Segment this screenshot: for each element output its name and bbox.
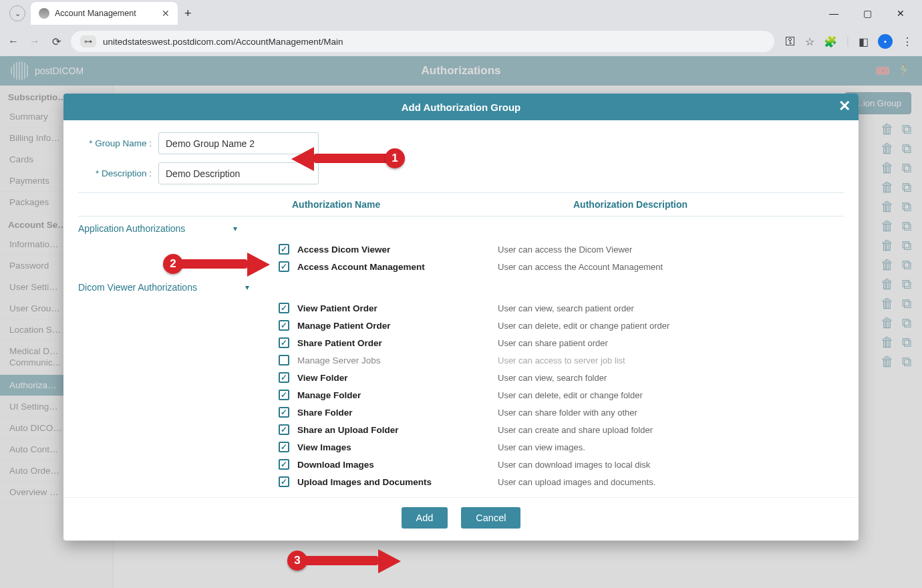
- authorization-row: Share an Upload FolderUser can create an…: [78, 421, 844, 438]
- url-text: unitedstateswest.postdicom.com/AccountMa…: [103, 37, 343, 47]
- authorization-row: Share Patient OrderUser can share patien…: [78, 334, 844, 351]
- auth-checkbox[interactable]: [279, 244, 289, 255]
- authorization-row: Share FolderUser can share folder with a…: [78, 404, 844, 421]
- authorization-row: Download ImagesUser can download images …: [78, 456, 844, 473]
- description-input[interactable]: [158, 162, 319, 184]
- extensions-icon[interactable]: 🧩: [824, 35, 837, 48]
- auth-checkbox[interactable]: [279, 442, 289, 452]
- window-close-button[interactable]: ✕: [891, 8, 910, 19]
- nav-back-button[interactable]: ←: [7, 35, 20, 47]
- auth-name: View Folder: [297, 373, 498, 383]
- auth-name: Manage Patient Order: [297, 321, 498, 331]
- tab-title: Account Management: [55, 9, 156, 18]
- url-bar[interactable]: ⊶ unitedstateswest.postdicom.com/Account…: [71, 31, 774, 52]
- auth-group-header[interactable]: Dicom Viewer Authorizations▾: [78, 275, 844, 299]
- auth-checkbox[interactable]: [279, 459, 289, 470]
- authorization-row: View Patient OrderUser can view, search …: [78, 299, 844, 317]
- cancel-button[interactable]: Cancel: [461, 507, 520, 529]
- authorization-row: Manage Server JobsUser can access to ser…: [78, 351, 844, 369]
- browser-titlebar: ⌄ Account Management ✕ + — ▢ ✕: [0, 0, 922, 27]
- chrome-menu-icon[interactable]: ⋮: [902, 35, 913, 48]
- site-info-icon[interactable]: ⊶: [80, 35, 96, 47]
- auth-desc: User can upload images and documents.: [498, 477, 844, 487]
- auth-name: Manage Folder: [297, 390, 498, 400]
- authorization-row: View FolderUser can view, search folder: [78, 369, 844, 386]
- auth-name: Share an Upload Folder: [297, 425, 498, 435]
- add-button[interactable]: Add: [402, 507, 448, 529]
- tab-search-button[interactable]: ⌄: [9, 5, 25, 21]
- auth-desc: User can view, search patient order: [498, 303, 844, 313]
- window-minimize-button[interactable]: —: [824, 8, 843, 19]
- authorization-row: Access Dicom ViewerUser can access the D…: [78, 241, 844, 258]
- auth-checkbox[interactable]: [279, 476, 289, 487]
- authorization-list[interactable]: Application Authorizations▾Access Dicom …: [78, 216, 844, 490]
- authorization-row: View ImagesUser can view images.: [78, 438, 844, 456]
- browser-toolbar: ← → ⟳ ⊶ unitedstateswest.postdicom.com/A…: [0, 27, 922, 56]
- auth-checkbox[interactable]: [279, 372, 289, 383]
- nav-reload-button[interactable]: ⟳: [49, 35, 63, 48]
- bookmark-star-icon[interactable]: ☆: [805, 35, 814, 48]
- browser-tab[interactable]: Account Management ✕: [31, 2, 178, 25]
- sidepanel-icon[interactable]: ◧: [859, 35, 869, 48]
- group-name-input[interactable]: [158, 132, 319, 154]
- profile-avatar[interactable]: •: [878, 34, 893, 49]
- group-name-label: * Group Name :: [78, 138, 152, 148]
- auth-checkbox[interactable]: [279, 303, 289, 313]
- chevron-down-icon: ▾: [245, 283, 249, 292]
- auth-desc: User can access the Dicom Viewer: [498, 245, 844, 255]
- auth-name: View Patient Order: [297, 303, 498, 313]
- auth-desc: User can share folder with any other: [498, 408, 844, 418]
- auth-name: Manage Server Jobs: [297, 355, 498, 365]
- auth-desc: User can delete, edit or change patient …: [498, 321, 844, 331]
- new-tab-button[interactable]: +: [184, 7, 192, 21]
- auth-desc: User can create and share upload folder: [498, 425, 844, 435]
- auth-desc: User can download images to local disk: [498, 460, 844, 470]
- auth-checkbox[interactable]: [279, 337, 289, 348]
- auth-checkbox[interactable]: [279, 261, 289, 272]
- authorization-row: Manage FolderUser can delete, edit or ch…: [78, 386, 844, 404]
- authorization-row: Manage Patient OrderUser can delete, edi…: [78, 317, 844, 334]
- auth-checkbox[interactable]: [279, 355, 289, 365]
- auth-checkbox[interactable]: [279, 320, 289, 331]
- auth-name: Share Folder: [297, 408, 498, 418]
- auth-desc: User can share patient order: [498, 338, 844, 348]
- modal-overlay: Add Authorization Group ✕ * Group Name :…: [0, 56, 922, 588]
- column-auth-name: Authorization Name: [279, 199, 563, 210]
- window-maximize-button[interactable]: ▢: [858, 8, 877, 19]
- auth-checkbox[interactable]: [279, 407, 289, 418]
- authorization-row: Access Account ManagementUser can access…: [78, 258, 844, 275]
- auth-desc: User can access to server job list: [498, 355, 844, 365]
- auth-checkbox[interactable]: [279, 390, 289, 400]
- authorization-row: Upload Images and DocumentsUser can uplo…: [78, 473, 844, 490]
- auth-checkbox[interactable]: [279, 424, 289, 435]
- auth-name: Access Dicom Viewer: [297, 245, 498, 255]
- column-auth-desc: Authorization Description: [563, 199, 844, 210]
- modal-header: Add Authorization Group ✕: [63, 94, 859, 120]
- chevron-down-icon: ▾: [233, 224, 237, 233]
- auth-name: Download Images: [297, 460, 498, 470]
- auth-name: Upload Images and Documents: [297, 477, 498, 487]
- nav-forward-button[interactable]: →: [28, 35, 41, 47]
- favicon-icon: [39, 8, 49, 19]
- auth-name: Share Patient Order: [297, 338, 498, 348]
- auth-name: Access Account Management: [297, 262, 498, 272]
- add-authorization-group-modal: Add Authorization Group ✕ * Group Name :…: [63, 94, 859, 541]
- auth-desc: User can view images.: [498, 442, 844, 452]
- tab-close-icon[interactable]: ✕: [162, 8, 170, 19]
- description-label: * Description :: [78, 168, 152, 178]
- modal-close-icon[interactable]: ✕: [838, 98, 851, 115]
- auth-group-header[interactable]: Application Authorizations▾: [78, 216, 844, 241]
- auth-name: View Images: [297, 442, 498, 452]
- auth-desc: User can delete, edit or change folder: [498, 390, 844, 400]
- auth-desc: User can view, search folder: [498, 373, 844, 383]
- auth-desc: User can access the Account Management: [498, 262, 844, 272]
- password-key-icon[interactable]: ⚿: [785, 35, 796, 47]
